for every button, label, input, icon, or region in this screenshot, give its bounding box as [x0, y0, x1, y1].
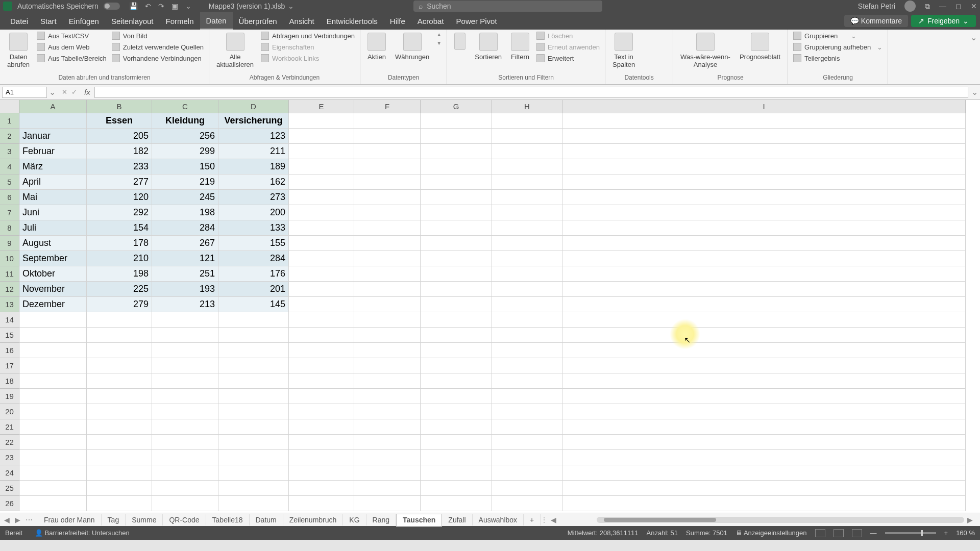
chevron-up-icon[interactable]: ▲ [436, 32, 442, 37]
cell-G2[interactable] [421, 129, 492, 144]
cell-H19[interactable] [492, 389, 562, 404]
row-header-14[interactable]: 14 [0, 312, 19, 328]
sort-button[interactable]: Sortieren [473, 32, 504, 62]
cell-A2[interactable]: Januar [19, 129, 87, 144]
cell-I3[interactable] [562, 144, 966, 159]
cell-H9[interactable] [492, 236, 562, 251]
cell-G15[interactable] [421, 328, 492, 343]
customize-qat-icon[interactable]: ⌄ [185, 2, 191, 10]
cell-I14[interactable] [562, 312, 966, 328]
cell-A15[interactable] [19, 328, 87, 343]
row-header-20[interactable]: 20 [0, 404, 19, 419]
sheet-tab[interactable]: Rang [366, 514, 396, 525]
cell-B13[interactable]: 279 [87, 297, 152, 312]
cell-G8[interactable] [421, 220, 492, 236]
redo-icon[interactable]: ↷ [158, 2, 164, 10]
sheet-tab[interactable]: Tabelle18 [206, 514, 250, 525]
scrollbar-thumb[interactable] [604, 518, 716, 522]
cell-C9[interactable]: 267 [152, 236, 218, 251]
cell-I23[interactable] [562, 450, 966, 465]
user-name[interactable]: Stefan Petri [858, 2, 895, 10]
cell-F14[interactable] [354, 312, 421, 328]
menu-einfügen[interactable]: Einfügen [63, 12, 105, 30]
cell-A3[interactable]: Februar [19, 144, 87, 159]
flash-fill-icon[interactable] [642, 32, 653, 43]
cell-G21[interactable] [421, 419, 492, 435]
cell-F10[interactable] [354, 251, 421, 266]
cell-A19[interactable] [19, 389, 87, 404]
cell-C20[interactable] [152, 404, 218, 419]
cell-D3[interactable]: 211 [218, 144, 289, 159]
zoom-out-icon[interactable]: — [870, 529, 877, 537]
share-button[interactable]: ↗Freigeben⌄ [911, 15, 976, 27]
cell-D11[interactable]: 176 [218, 266, 289, 282]
cell-I1[interactable] [562, 113, 966, 129]
cell-G26[interactable] [421, 496, 492, 511]
cell-D25[interactable] [218, 481, 289, 496]
chevron-down-icon[interactable]: ⌄ [288, 2, 294, 10]
cell-I9[interactable] [562, 236, 966, 251]
cell-D26[interactable] [218, 496, 289, 511]
cell-D22[interactable] [218, 435, 289, 450]
row-header-13[interactable]: 13 [0, 297, 19, 312]
cell-A6[interactable]: Mai [19, 190, 87, 205]
cell-D5[interactable]: 162 [218, 174, 289, 190]
cell-G14[interactable] [421, 312, 492, 328]
cell-A7[interactable]: Juni [19, 205, 87, 220]
cell-I5[interactable] [562, 174, 966, 190]
data-model-icon[interactable] [656, 60, 668, 71]
from-web[interactable]: Aus dem Web [37, 43, 107, 51]
cell-B10[interactable]: 210 [87, 251, 152, 266]
cell-D7[interactable]: 200 [218, 205, 289, 220]
cell-D19[interactable] [218, 389, 289, 404]
cell-D16[interactable] [218, 343, 289, 358]
sheet-tab[interactable]: Datum [250, 514, 283, 525]
col-header-A[interactable]: A [19, 100, 87, 113]
row-header-12[interactable]: 12 [0, 282, 19, 297]
cell-B17[interactable] [87, 358, 152, 373]
minimize-icon[interactable]: — [939, 2, 946, 10]
accessibility-status[interactable]: 👤 Barrierefreiheit: Untersuchen [35, 529, 130, 537]
sort-asc-button[interactable] [452, 32, 468, 51]
cell-I13[interactable] [562, 297, 966, 312]
menu-überprüfen[interactable]: Überprüfen [233, 12, 283, 30]
menu-hilfe[interactable]: Hilfe [384, 12, 411, 30]
cell-H21[interactable] [492, 419, 562, 435]
cell-B22[interactable] [87, 435, 152, 450]
cell-G17[interactable] [421, 358, 492, 373]
cell-I7[interactable] [562, 205, 966, 220]
cell-E15[interactable] [289, 328, 354, 343]
cell-B11[interactable]: 198 [87, 266, 152, 282]
subtotal-button[interactable]: Teilergebnis [793, 54, 883, 62]
cell-C8[interactable]: 284 [152, 220, 218, 236]
cell-G13[interactable] [421, 297, 492, 312]
cell-I16[interactable] [562, 343, 966, 358]
spreadsheet-grid[interactable]: ABCDEFGHI 123456789101112131415161718192… [0, 100, 980, 513]
cell-B4[interactable]: 233 [87, 159, 152, 174]
cell-A16[interactable] [19, 343, 87, 358]
cell-C25[interactable] [152, 481, 218, 496]
cell-F9[interactable] [354, 236, 421, 251]
cell-I4[interactable] [562, 159, 966, 174]
filter-button[interactable]: Filtern [509, 32, 531, 62]
cell-E12[interactable] [289, 282, 354, 297]
row-header-8[interactable]: 8 [0, 220, 19, 236]
cell-F17[interactable] [354, 358, 421, 373]
avatar[interactable] [904, 1, 916, 12]
row-header-15[interactable]: 15 [0, 328, 19, 343]
row-header-26[interactable]: 26 [0, 496, 19, 511]
cell-E26[interactable] [289, 496, 354, 511]
cell-E9[interactable] [289, 236, 354, 251]
col-header-H[interactable]: H [492, 100, 562, 113]
from-picture[interactable]: Von Bild [112, 32, 204, 40]
sheet-tab[interactable]: Frau oder Mann [38, 514, 102, 525]
cell-F21[interactable] [354, 419, 421, 435]
cell-I22[interactable] [562, 435, 966, 450]
cell-F8[interactable] [354, 220, 421, 236]
cell-I8[interactable] [562, 220, 966, 236]
from-table[interactable]: Aus Tabelle/Bereich [37, 54, 107, 62]
row-headers[interactable]: 1234567891011121314151617181920212223242… [0, 113, 19, 511]
cell-B1[interactable]: Essen [87, 113, 152, 129]
column-headers[interactable]: ABCDEFGHI [19, 100, 966, 113]
view-normal-icon[interactable] [815, 529, 825, 537]
